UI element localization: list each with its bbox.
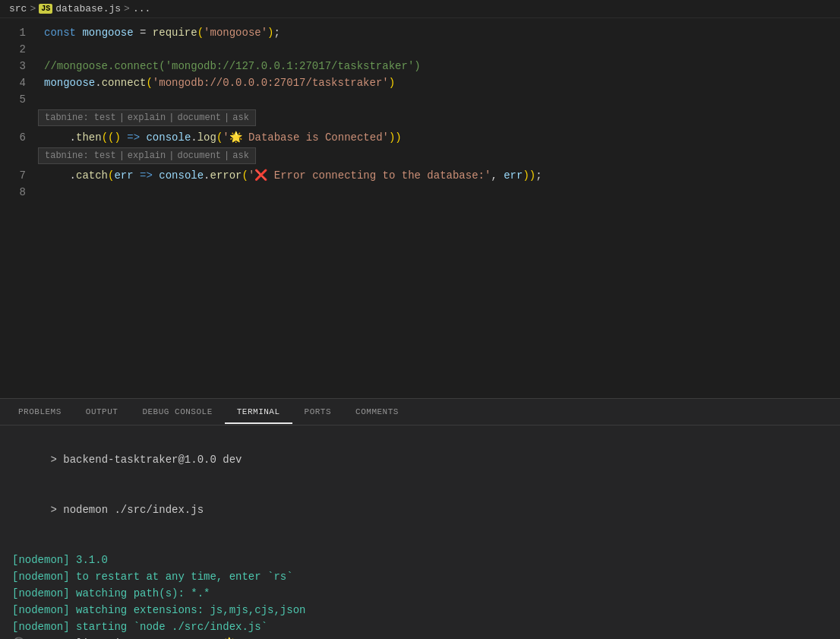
- code-line-4: 4 mongoose.connect('mongodb://0.0.0.0:27…: [0, 74, 840, 91]
- terminal-nodemon-4: [nodemon] watching extensions: js,mjs,cj…: [12, 602, 828, 618]
- panel-tabs: PROBLEMS OUTPUT DEBUG CONSOLE TERMINAL P…: [0, 399, 840, 425]
- line-content-2: [38, 41, 840, 58]
- breadcrumb: src > JS database.js > ...: [0, 0, 840, 18]
- breadcrumb-file[interactable]: database.js: [55, 3, 121, 14]
- tabnine-test-2[interactable]: test: [94, 150, 116, 161]
- tabnine-tooltip-2[interactable]: tabnine: test|explain|document|ask: [0, 146, 840, 167]
- line-number-5: 5: [0, 91, 38, 108]
- code-line-1: 1 const mongoose = require('mongoose');: [0, 24, 840, 41]
- terminal-empty-1: [12, 535, 828, 552]
- terminal-text-2: nodemon ./src/index.js: [63, 504, 204, 516]
- terminal-text-1: backend-tasktraker@1.0.0 dev: [63, 454, 242, 466]
- code-line-8: 8: [0, 184, 840, 201]
- breadcrumb-sep2: >: [124, 3, 130, 14]
- line-content-5: [38, 91, 840, 108]
- line-content-6: .then(() => console.log('🌟 Database is C…: [38, 129, 840, 146]
- tabnine-explain-2[interactable]: explain: [128, 150, 166, 161]
- line-content-1: const mongoose = require('mongoose');: [38, 24, 840, 41]
- tabnine-ask-2[interactable]: ask: [232, 150, 249, 161]
- line-content-3: //mongoose.connect('mongodb://127.0.0.1:…: [38, 58, 840, 74]
- tabnine-ask-1[interactable]: ask: [232, 112, 249, 123]
- tabnine-label-1: tabnine: test|explain|document|ask: [38, 109, 256, 126]
- breadcrumb-src: src: [9, 3, 27, 14]
- terminal-nodemon-2: [nodemon] to restart at any time, enter …: [12, 568, 828, 585]
- tabnine-explain-1[interactable]: explain: [128, 112, 166, 123]
- line-number-2: 2: [0, 41, 38, 58]
- tab-debug-console[interactable]: DEBUG CONSOLE: [130, 401, 224, 424]
- line-content-8: [38, 184, 840, 201]
- code-line-6: 6 .then(() => console.log('🌟 Database is…: [0, 129, 840, 146]
- line-number-1: 1: [0, 24, 38, 41]
- code-container: 1 const mongoose = require('mongoose'); …: [0, 18, 840, 207]
- line-content-7: .catch(err => console.error('❌ Error con…: [38, 167, 840, 184]
- tab-terminal[interactable]: TERMINAL: [225, 401, 292, 424]
- line-number-8: 8: [0, 184, 38, 201]
- tabnine-tooltip-1[interactable]: tabnine: test|explain|document|ask: [0, 108, 840, 129]
- line-number-7: 7: [0, 167, 38, 184]
- terminal-line-2: > nodemon ./src/index.js: [12, 485, 828, 535]
- tab-problems[interactable]: PROBLEMS: [6, 401, 74, 424]
- terminal-nodemon-1: [nodemon] 3.1.0: [12, 552, 828, 568]
- tab-ports[interactable]: PORTS: [292, 401, 344, 424]
- code-line-5: 5: [0, 91, 840, 108]
- terminal-nodemon-3: [nodemon] watching path(s): *.*: [12, 585, 828, 602]
- js-file-icon: JS: [39, 4, 52, 14]
- tabnine-test-1[interactable]: test: [94, 112, 116, 123]
- tabnine-document-1[interactable]: document: [177, 112, 221, 123]
- editor-area[interactable]: 1 const mongoose = require('mongoose'); …: [0, 18, 840, 398]
- terminal-server-1: 🎧 Server listening on port 3000 🌟: [12, 635, 828, 639]
- terminal-content[interactable]: > backend-tasktraker@1.0.0 dev > nodemon…: [0, 425, 840, 639]
- bottom-panel: PROBLEMS OUTPUT DEBUG CONSOLE TERMINAL P…: [0, 398, 840, 639]
- line-content-4: mongoose.connect('mongodb://0.0.0.0:2701…: [38, 74, 840, 91]
- line-number-3: 3: [0, 58, 38, 74]
- tabnine-document-2[interactable]: document: [177, 150, 221, 161]
- line-number-4: 4: [0, 74, 38, 91]
- tab-comments[interactable]: COMMENTS: [343, 401, 411, 424]
- tabnine-label-2: tabnine: test|explain|document|ask: [38, 147, 256, 164]
- terminal-line-1: > backend-tasktraker@1.0.0 dev: [12, 435, 828, 485]
- line-number-6: 6: [0, 129, 38, 146]
- breadcrumb-ellipsis: ...: [133, 3, 150, 14]
- code-line-7: 7 .catch(err => console.error('❌ Error c…: [0, 167, 840, 184]
- code-line-3: 3 //mongoose.connect('mongodb://127.0.0.…: [0, 58, 840, 74]
- terminal-nodemon-5: [nodemon] starting `node ./src/index.js`: [12, 618, 828, 635]
- tab-output[interactable]: OUTPUT: [74, 401, 131, 424]
- code-line-2: 2: [0, 41, 840, 58]
- breadcrumb-sep1: >: [30, 3, 36, 14]
